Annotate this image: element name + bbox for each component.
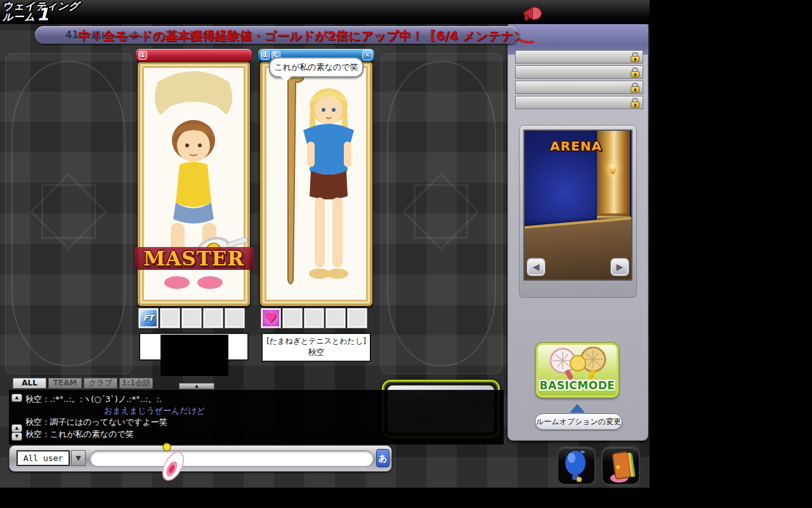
player1-card-header: 1	[136, 49, 252, 62]
recipient-select[interactable]: All user	[16, 450, 70, 466]
empty-item-slot	[304, 309, 324, 328]
player1-rank-ribbon: MASTER	[134, 247, 253, 270]
announcement-banner: 41.一緒に…しま… 中！全モードの基本獲得経験値・ゴールドが2倍にアップ中！【…	[35, 26, 519, 44]
tab-team[interactable]: TEAM	[48, 378, 82, 389]
cursor-icon	[151, 439, 195, 487]
event-ticker: 中！全モードの基本獲得経験値・ゴールドが2倍にアップ中！【6/4 メンテナンス	[78, 28, 519, 44]
player2-number-badge: 1	[261, 51, 270, 60]
locked-player-slot-2[interactable]	[515, 65, 643, 79]
chat-collapse-button[interactable]: ▲	[179, 383, 214, 389]
player2-club-name: [たまねぎとテニスとわたし]	[263, 336, 370, 347]
mode-pointer	[570, 396, 585, 413]
empty-item-slot	[225, 309, 244, 328]
lock-icon	[631, 98, 639, 108]
balloon-icon	[558, 448, 594, 484]
locked-player-slot-1[interactable]	[515, 50, 643, 64]
star-emblem	[414, 184, 468, 239]
title-bar	[0, 0, 650, 24]
empty-item-slot	[326, 309, 345, 328]
chat-message: おまえまじうぜーんだけど	[104, 405, 205, 417]
lock-icon	[631, 67, 639, 77]
mode-label: BASICMODE	[538, 379, 617, 392]
player2-character-art	[263, 64, 370, 304]
chat-text-input[interactable]	[89, 450, 374, 467]
player2-nameplate: [たまねぎとテニスとわたし] 秋空	[261, 333, 371, 362]
player2-card	[260, 62, 372, 306]
heart-glyph: ♥	[265, 311, 277, 326]
tab-all[interactable]: ALL	[13, 378, 46, 389]
heart-icon: ♥	[261, 309, 280, 328]
empty-item-slot	[182, 309, 201, 328]
player2-item-slots: ♥	[261, 309, 373, 329]
map-name: ARENA	[525, 138, 627, 154]
screen-mask-bottom	[0, 488, 812, 508]
waiting-room-window: ウェイティング ルーム 1 928 41.一緒に…しま… 中！全モードの基本獲得…	[0, 0, 650, 488]
chat-bubble: これが私の素なので笑	[269, 57, 363, 77]
scroll-up-icon[interactable]: ▲	[11, 424, 22, 432]
chat-message: 秋空 : 調子にはのってないですよー笑	[25, 417, 167, 428]
map-next-button[interactable]: ▶	[611, 258, 629, 276]
scroll-up-icon[interactable]: ▲	[11, 394, 22, 402]
tennis-rackets-icon	[542, 347, 612, 381]
player1-number-badge: 1	[138, 51, 147, 60]
empty-item-slot	[204, 309, 223, 328]
lock-icon	[631, 52, 639, 62]
screen-mask-right	[650, 0, 812, 508]
door-icon	[603, 448, 640, 484]
chat-message: 秋空 : .:*°..:。:ヽ(○´3`)ノ.:*°..:。:.	[25, 394, 162, 405]
ft-badge-icon: FT	[139, 309, 158, 328]
player1-name-censor	[160, 335, 228, 376]
room-number: 1	[37, 4, 49, 24]
close-icon[interactable]: ✕	[362, 50, 372, 60]
megaphone-icon[interactable]	[521, 4, 546, 22]
torch-icon	[610, 164, 616, 174]
tab-club[interactable]: クラブ	[84, 378, 117, 389]
leave-room-button[interactable]	[601, 446, 640, 485]
chat-message: 秋空 : これが私の素なので笑	[25, 429, 134, 440]
ime-toggle-button[interactable]: あ	[376, 449, 390, 467]
locked-player-slot-4[interactable]	[515, 96, 643, 109]
scroll-down-icon[interactable]: ▼	[11, 432, 22, 441]
player1-item-slots: FT	[139, 309, 251, 329]
empty-item-slot	[348, 309, 367, 328]
empty-item-slot	[160, 309, 180, 328]
player2-name: 秋空	[263, 347, 370, 358]
locked-player-slot-3[interactable]	[515, 81, 643, 94]
map-preview: ARENA ◀ ▶	[525, 131, 631, 279]
chevron-down-icon[interactable]: ▼	[71, 450, 86, 466]
chat-log: ▲ ▲ ▼ 秋空 : .:*°..:。:ヽ(○´3`)ノ.:*°..:。:. お…	[9, 390, 504, 444]
tab-whisper[interactable]: 1:1会話	[119, 378, 153, 389]
game-mode-card[interactable]: BASICMODE	[536, 343, 619, 398]
room-options-button[interactable]: ルームオプションの変更	[535, 413, 622, 430]
empty-item-slot	[283, 309, 302, 328]
shout-button[interactable]	[557, 446, 596, 485]
player1-rank-label: MASTER	[143, 247, 244, 270]
star-emblem	[41, 184, 96, 239]
lock-icon	[631, 83, 639, 93]
map-prev-button[interactable]: ◀	[527, 258, 545, 276]
